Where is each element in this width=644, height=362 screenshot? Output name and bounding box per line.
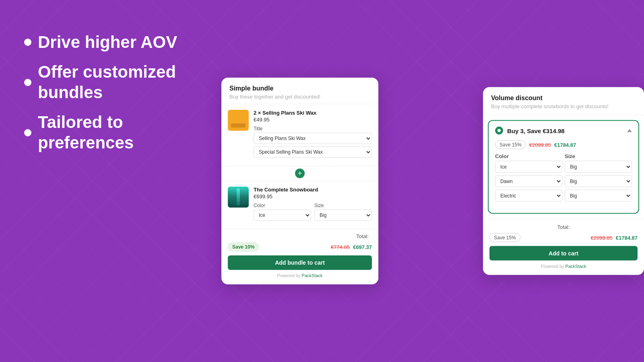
volume-color-select-3[interactable]: IceDawnElectric [495, 190, 562, 202]
simple-bundle-original-price: €774.85 [331, 244, 350, 250]
simple-bundle-footer: Total: Save 10% €774.85 €697.37 Add bund… [221, 229, 378, 284]
left-panel: Drive higher AOV Offer customized bundle… [0, 0, 221, 362]
product-2-name: The Complete Snowboard [254, 187, 372, 193]
volume-card-title: Volume discount [491, 95, 636, 102]
bullet-text-3: Tailored to preferences [38, 112, 197, 153]
volume-size-select-1[interactable]: BigSmall [565, 161, 632, 173]
volume-option-title-group: Buy 3, Save €314.98 [495, 127, 565, 135]
ski-wax-image [228, 110, 249, 131]
bullet-text-2: Offer customized bundles [38, 62, 197, 103]
size-column-header: Size [565, 153, 632, 159]
bullet-text-1: Drive higher AOV [38, 32, 177, 52]
chevron-up-icon [627, 129, 632, 132]
add-bundle-button[interactable]: Add bundle to cart [228, 255, 372, 270]
bullet-dot-3 [24, 129, 31, 136]
color-column-header: Color [495, 153, 562, 159]
product-2-item: The Complete Snowboard €699.95 Color Ice… [221, 181, 378, 229]
volume-option-header[interactable]: Buy 3, Save €314.98 [489, 121, 638, 140]
volume-card-footer: Total: Save 15% €2099.85 €1784.87 Add to… [483, 219, 644, 275]
product-2-size-group: Size Big Small [314, 203, 372, 223]
volume-footer-bottom: Save 15% €2099.85 €1784.87 [489, 233, 638, 242]
volume-headers-row: Color Size [495, 153, 632, 159]
bullet-1: Drive higher AOV [24, 32, 197, 52]
product-1-field-label: Title [254, 126, 372, 132]
simple-bundle-footer-bottom: Save 10% €774.85 €697.37 [228, 243, 372, 251]
volume-option-price-row: Save 15% €2099.85 €1784.87 [489, 140, 638, 153]
product-1-price: €49.95 [254, 117, 372, 123]
volume-size-select-2[interactable]: BigSmall [565, 175, 632, 187]
volume-footer-discounted-price: €1784.87 [616, 234, 638, 241]
simple-bundle-card: Simple bundle Buy these together and get… [221, 78, 378, 284]
volume-option-title-text: Buy 3, Save €314.98 [507, 127, 565, 134]
simple-bundle-powered-by: Powered by PackStack [228, 273, 372, 278]
product-1-select-2[interactable]: Special Selling Plans Ski Wax [254, 146, 372, 158]
add-product-divider: + [221, 166, 378, 181]
volume-powered-by: Powered by PackStack [489, 264, 638, 269]
volume-footer-save-badge: Save 15% [489, 233, 520, 242]
volume-footer-original-price: €2099.85 [591, 234, 613, 241]
volume-discount-card: Volume discount Buy multiple complete sn… [483, 87, 644, 275]
volume-card-subtitle: Buy multiple complete snowbords to get d… [491, 103, 636, 109]
simple-bundle-price-group: €774.85 €697.37 [331, 244, 372, 250]
simple-bundle-total-row: Total: [228, 233, 372, 239]
volume-card-content: Buy 3, Save €314.98 Save 15% €2099.85 €1… [483, 120, 644, 214]
volume-selects-grid: IceDawnElectric BigSmall IceDawnElectric… [495, 161, 632, 202]
product-1-item: 2 × Selling Plans Ski Wax €49.95 Title S… [221, 104, 378, 166]
volume-total-label: Total: [489, 224, 638, 230]
bullet-2: Offer customized bundles [24, 62, 197, 103]
volume-footer-price-group: €2099.85 €1784.87 [591, 234, 638, 241]
bullet-dot-1 [24, 39, 31, 46]
volume-color-select-1[interactable]: IceDawnElectric [495, 161, 562, 173]
product-2-size-select[interactable]: Big Small [314, 210, 372, 221]
simple-bundle-subtitle: Buy these together and get discounted! [229, 94, 370, 100]
product-2-color-select[interactable]: Ice Dawn Electric [254, 210, 311, 221]
product-1-info: 2 × Selling Plans Ski Wax €49.95 Title S… [254, 110, 372, 160]
simple-bundle-title: Simple bundle [229, 85, 370, 92]
volume-option: Buy 3, Save €314.98 Save 15% €2099.85 €1… [488, 120, 639, 214]
radio-inner [497, 129, 501, 132]
product-2-color-group: Color Ice Dawn Electric [254, 203, 311, 223]
product-2-info: The Complete Snowboard €699.95 Color Ice… [254, 187, 372, 223]
product-1-name: 2 × Selling Plans Ski Wax [254, 110, 372, 116]
volume-color-select-2[interactable]: IceDawnElectric [495, 175, 562, 187]
volume-original-price: €2099.85 [529, 142, 551, 148]
product-2-size-label: Size [314, 203, 372, 208]
add-product-button[interactable]: + [295, 169, 305, 178]
product-2-price: €699.95 [254, 193, 372, 200]
simple-bundle-packstack-link[interactable]: PackStack [302, 273, 323, 278]
volume-option-body: Color Size IceDawnElectric BigSmall [489, 153, 638, 213]
product-1-select-1[interactable]: Selling Plans Ski Wax [254, 133, 372, 144]
simple-bundle-discounted-price: €697.37 [353, 244, 372, 250]
right-panel: Simple bundle Buy these together and get… [221, 0, 644, 362]
simple-bundle-header: Simple bundle Buy these together and get… [221, 78, 378, 104]
product-2-color-label: Color [254, 203, 311, 208]
volume-discounted-price: €1784.87 [554, 142, 576, 148]
bullet-dot-2 [24, 79, 31, 86]
volume-radio-selected [495, 127, 503, 135]
volume-size-select-3[interactable]: BigSmall [565, 190, 632, 202]
volume-card-header: Volume discount Buy multiple complete sn… [483, 87, 644, 115]
add-to-cart-button[interactable]: Add to cart [489, 246, 638, 261]
simple-bundle-save-badge: Save 10% [228, 243, 259, 251]
volume-packstack-link[interactable]: PackStack [566, 264, 586, 269]
volume-save-badge: Save 15% [495, 140, 526, 149]
bullet-3: Tailored to preferences [24, 112, 197, 153]
snowboard-image [228, 187, 249, 208]
